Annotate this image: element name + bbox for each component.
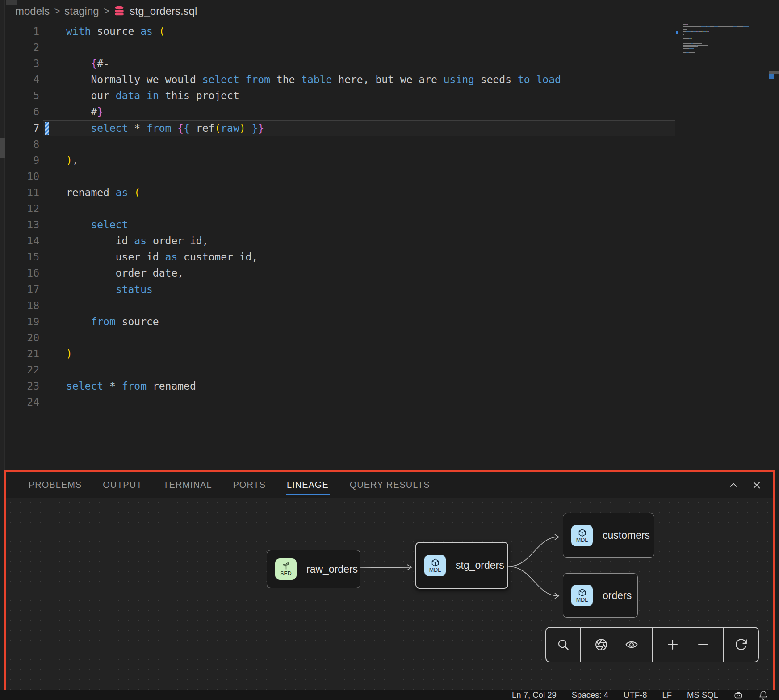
chevron-up-icon[interactable] xyxy=(729,480,738,490)
encoding[interactable]: UTF-8 xyxy=(624,690,647,700)
line-number: 5 xyxy=(0,88,39,104)
code-line[interactable]: 2 xyxy=(0,39,779,55)
tab-lineage[interactable]: LINEAGE xyxy=(287,480,329,490)
lineage-node-customers[interactable]: MDL customers xyxy=(563,513,654,558)
code-line[interactable]: 8 xyxy=(0,136,779,152)
copilot-icon[interactable] xyxy=(733,690,743,700)
bell-icon[interactable] xyxy=(758,690,768,700)
search-icon xyxy=(557,638,570,651)
cube-icon: MDL xyxy=(571,585,593,606)
minimap[interactable] xyxy=(683,21,758,62)
code-text: our data in this project xyxy=(66,88,239,104)
code-line[interactable]: 23select * from renamed xyxy=(0,378,779,394)
code-line[interactable]: 15 user_id as customer_id, xyxy=(0,249,779,265)
code-text: ) xyxy=(66,346,72,362)
code-text: {#- xyxy=(66,55,109,71)
editor-pane[interactable]: models > staging > stg_orders.sql 1with … xyxy=(0,0,779,470)
code-line[interactable]: 17 status xyxy=(0,281,779,298)
tab-output[interactable]: OUTPUT xyxy=(103,480,142,490)
code-line[interactable]: 7 select * from {{ ref(raw) }} xyxy=(0,120,779,136)
code-text: #} xyxy=(66,104,103,120)
line-number: 17 xyxy=(0,281,39,298)
code-line[interactable]: 9), xyxy=(0,152,779,168)
chevron-right-icon: > xyxy=(54,5,60,17)
line-number: 24 xyxy=(0,394,39,410)
line-number: 6 xyxy=(0,104,39,120)
status-bar: Ln 7, Col 29 Spaces: 4 UTF-8 LF MS SQL xyxy=(0,690,779,700)
cursor-position[interactable]: Ln 7, Col 29 xyxy=(512,690,557,700)
code-line[interactable]: 22 xyxy=(0,362,779,378)
line-number: 10 xyxy=(0,168,39,184)
database-icon xyxy=(113,5,125,17)
aperture-button[interactable] xyxy=(591,635,611,654)
tab-terminal[interactable]: TERMINAL xyxy=(163,480,212,490)
code-line[interactable]: 13 select xyxy=(0,217,779,233)
code-line[interactable]: 4 Normally we would select from the tabl… xyxy=(0,71,779,88)
code-line[interactable]: 1with source as ( xyxy=(0,23,779,39)
eol-setting[interactable]: LF xyxy=(662,690,672,700)
code-text: order_date, xyxy=(66,265,184,281)
tab-query-results[interactable]: QUERY RESULTS xyxy=(350,480,430,490)
line-number: 18 xyxy=(0,298,39,314)
code-text: id as order_id, xyxy=(66,233,209,249)
breadcrumb: models > staging > stg_orders.sql xyxy=(15,4,197,19)
code-line[interactable]: 24 xyxy=(0,394,779,410)
lineage-node-raw-orders[interactable]: SED raw_orders xyxy=(267,550,360,588)
code-line[interactable]: 6 #} xyxy=(0,104,779,120)
code-line[interactable]: 11renamed as ( xyxy=(0,184,779,201)
line-number: 20 xyxy=(0,330,39,346)
code-area[interactable]: 1with source as (23 {#-4 Normally we wou… xyxy=(0,23,779,410)
tab-ports[interactable]: PORTS xyxy=(233,480,266,490)
code-text: select * from {{ ref(raw) }} xyxy=(66,120,264,136)
lineage-canvas[interactable]: SED raw_orders MDL stg_orders MDL custom… xyxy=(6,498,773,691)
breadcrumb-item-staging[interactable]: staging xyxy=(64,5,99,17)
language-mode[interactable]: MS SQL xyxy=(687,690,718,700)
code-line[interactable]: 21) xyxy=(0,346,779,362)
line-number: 21 xyxy=(0,346,39,362)
breadcrumb-file-name[interactable]: stg_orders.sql xyxy=(130,5,197,17)
lineage-node-stg-orders[interactable]: MDL stg_orders xyxy=(415,542,508,589)
code-line[interactable]: 18 xyxy=(0,298,779,314)
code-text: Normally we would select from the table … xyxy=(66,71,561,88)
node-label: customers xyxy=(603,529,650,541)
line-number: 23 xyxy=(0,378,39,394)
line-number: 12 xyxy=(0,201,39,217)
chevron-right-icon: > xyxy=(104,5,109,17)
code-line[interactable]: 20 xyxy=(0,330,779,346)
breadcrumb-item-models[interactable]: models xyxy=(15,5,50,17)
refresh-button[interactable] xyxy=(731,635,751,654)
line-number: 14 xyxy=(0,233,39,249)
vscode-window: models > staging > stg_orders.sql 1with … xyxy=(0,0,779,700)
code-line[interactable]: 19 from source xyxy=(0,314,779,330)
code-line[interactable]: 5 our data in this project xyxy=(0,88,779,104)
line-number: 9 xyxy=(0,152,39,168)
code-text: ), xyxy=(66,152,79,168)
code-line[interactable]: 16 order_date, xyxy=(0,265,779,281)
line-number: 11 xyxy=(0,184,39,201)
line-number: 13 xyxy=(0,217,39,233)
line-number: 22 xyxy=(0,362,39,378)
node-label: orders xyxy=(603,590,632,602)
zoom-out-button[interactable] xyxy=(693,635,713,654)
code-text: with source as ( xyxy=(66,23,165,39)
close-icon[interactable] xyxy=(752,480,762,490)
code-text: from source xyxy=(66,314,159,330)
code-line[interactable]: 14 id as order_id, xyxy=(0,233,779,249)
preview-button[interactable] xyxy=(622,635,641,654)
tab-problems[interactable]: PROBLEMS xyxy=(29,480,82,490)
line-number: 4 xyxy=(0,71,39,88)
lineage-toolbar xyxy=(545,627,759,662)
overview-ruler-marker xyxy=(769,74,774,79)
code-line[interactable]: 12 xyxy=(0,201,779,217)
indentation-setting[interactable]: Spaces: 4 xyxy=(572,690,608,700)
zoom-in-button[interactable] xyxy=(663,635,683,654)
code-text: user_id as customer_id, xyxy=(66,249,258,265)
search-button[interactable] xyxy=(553,635,573,654)
minus-icon xyxy=(696,638,710,651)
minimap-modified-marker xyxy=(676,31,678,34)
node-label: stg_orders xyxy=(456,559,504,571)
line-number: 19 xyxy=(0,314,39,330)
code-line[interactable]: 10 xyxy=(0,168,779,184)
lineage-node-orders[interactable]: MDL orders xyxy=(563,573,638,618)
code-line[interactable]: 3 {#- xyxy=(0,55,779,71)
